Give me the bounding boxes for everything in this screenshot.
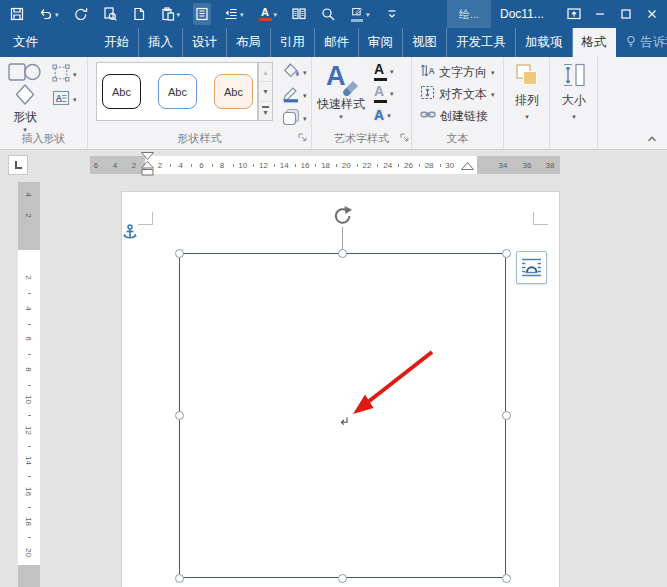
tab-审阅[interactable]: 审阅 — [359, 28, 403, 57]
shape-style-preset[interactable]: Abc — [102, 74, 141, 109]
align-text-button[interactable]: 对齐文本 ▾ — [420, 84, 495, 104]
selection-handle[interactable] — [338, 249, 347, 258]
group-size: 大小 ▾ — [550, 57, 598, 149]
tab-开始[interactable]: 开始 — [95, 28, 139, 57]
ribbon-display-options-icon[interactable] — [561, 0, 587, 28]
shape-fill-button[interactable]: ▾ — [280, 62, 309, 82]
ruler-number: 8 — [220, 161, 224, 170]
paste-icon[interactable]: ▾ — [159, 3, 183, 25]
tab-插入[interactable]: 插入 — [139, 28, 183, 57]
selection-handle[interactable] — [175, 249, 184, 258]
collapse-ribbon-button[interactable] — [646, 133, 658, 147]
shapes-button[interactable]: 形状 ▾ — [4, 61, 46, 133]
gallery-more-button[interactable]: ▼ — [259, 102, 272, 120]
ruler-number: 36 — [523, 161, 532, 170]
right-indent-marker[interactable] — [461, 162, 474, 171]
ruler-number: 2 — [24, 271, 33, 285]
text-direction-icon: A — [420, 63, 435, 81]
gallery-scrollbar: ▲ ▼ ▼ — [258, 62, 273, 121]
close-icon[interactable] — [639, 0, 665, 28]
arrange-button[interactable]: 排列 ▾ — [507, 62, 547, 120]
ruler-number: 2 — [132, 161, 136, 170]
text-outline-button[interactable]: A ▾ — [372, 83, 396, 103]
gallery-scroll-up[interactable]: ▲ — [259, 63, 272, 82]
word-window: ▾▾▾A▾▾ 绘... Doc11... 文件 开始插入设计布局引用邮件审阅视图… — [0, 0, 667, 587]
ruler-tick — [295, 164, 296, 167]
tab-加载项[interactable]: 加载项 — [516, 28, 573, 57]
ruler-tick — [28, 537, 31, 538]
maximize-icon[interactable] — [613, 0, 639, 28]
horizontal-ruler[interactable]: 64224681012141618202224262830343638 — [90, 156, 560, 174]
selection-handle[interactable] — [175, 574, 184, 583]
gallery-scroll-down[interactable]: ▼ — [259, 82, 272, 101]
quick-styles-label: 快速样式 — [317, 96, 365, 113]
reading-view-icon[interactable] — [193, 3, 211, 25]
shape-style-preset[interactable]: Abc — [158, 74, 197, 109]
minimize-icon[interactable] — [587, 0, 613, 28]
text-fill-button[interactable]: A ▾ — [372, 61, 396, 81]
dialog-launcher-icon[interactable] — [400, 131, 409, 145]
tab-布局[interactable]: 布局 — [227, 28, 271, 57]
print-preview-icon[interactable] — [101, 3, 119, 25]
selection-handle[interactable] — [502, 574, 511, 583]
quick-styles-button[interactable]: A 快速样式 ▾ — [316, 61, 366, 120]
ruler-number: 20 — [24, 545, 33, 559]
tab-视图[interactable]: 视图 — [403, 28, 447, 57]
redo-icon[interactable] — [72, 3, 90, 25]
create-link-label: 创建链接 — [440, 108, 488, 125]
text-box-button[interactable]: A ▾ — [50, 89, 79, 109]
save-icon[interactable] — [8, 3, 26, 25]
draw-tool-icon[interactable]: ▾ — [348, 3, 372, 25]
ruler-number: 10 — [24, 393, 33, 407]
text-effects-button[interactable]: A ▾ — [372, 105, 396, 125]
create-link-button[interactable]: 创建链接 — [420, 106, 495, 126]
tab-file[interactable]: 文件 — [0, 28, 51, 57]
chevron-down-icon: ▾ — [491, 69, 495, 76]
tab-selector[interactable] — [8, 155, 28, 175]
ruler-tick — [28, 446, 31, 447]
tab-开发工具[interactable]: 开发工具 — [447, 28, 516, 57]
tell-me-box[interactable]: 告诉我... — [616, 28, 667, 57]
side-by-side-pages-icon[interactable] — [290, 3, 308, 25]
size-label: 大小 — [562, 92, 586, 109]
ruler-tick — [28, 415, 31, 416]
hanging-indent-marker[interactable] — [141, 161, 154, 176]
vertical-ruler[interactable]: 422468101214161820 — [18, 182, 40, 587]
selection-handle[interactable] — [338, 574, 347, 583]
dialog-launcher-icon[interactable] — [298, 131, 307, 145]
undo-icon[interactable]: ▾ — [37, 3, 61, 25]
ruler-tick — [357, 164, 358, 167]
shape-outline-button[interactable]: ▾ — [280, 85, 309, 105]
text-effects-icon: A — [374, 108, 384, 123]
more-commands-icon[interactable] — [383, 3, 401, 25]
indent-icon[interactable]: ▾ — [222, 3, 246, 25]
text-direction-button[interactable]: A 文字方向 ▾ — [420, 62, 495, 82]
tab-引用[interactable]: 引用 — [271, 28, 315, 57]
new-document-icon[interactable] — [130, 3, 148, 25]
selection-handle[interactable] — [502, 249, 511, 258]
arrange-label: 排列 — [515, 92, 539, 109]
font-color-icon[interactable]: A▾ — [257, 3, 280, 25]
ruler-number: 38 — [546, 161, 555, 170]
tab-设计[interactable]: 设计 — [183, 28, 227, 57]
layout-options-button[interactable] — [516, 251, 547, 284]
size-button[interactable]: 大小 ▾ — [554, 62, 594, 120]
ruler-tick — [170, 164, 171, 167]
edit-shape-button[interactable]: ▾ — [50, 64, 79, 84]
shape-effects-button[interactable]: ▾ — [280, 108, 309, 128]
text-box-icon: A — [52, 89, 70, 110]
group-insert-shapes: 形状 ▾ ▾ A ▾ 插入形状 — [0, 57, 88, 149]
selection-handle[interactable] — [175, 411, 184, 420]
rotation-handle-icon[interactable] — [332, 205, 354, 231]
chevron-down-icon: ▾ — [73, 96, 77, 103]
shape-style-preset[interactable]: Abc — [214, 74, 253, 109]
search-icon[interactable] — [319, 3, 337, 25]
ruler-tick — [274, 164, 275, 167]
selection-handle[interactable] — [502, 411, 511, 420]
tab-邮件[interactable]: 邮件 — [315, 28, 359, 57]
ruler-number: 10 — [238, 161, 247, 170]
ruler-number: 30 — [445, 161, 454, 170]
ruler-number: 18 — [24, 515, 33, 529]
tab-format-active[interactable]: 格式 — [573, 28, 616, 57]
first-line-indent-marker[interactable] — [141, 152, 154, 160]
